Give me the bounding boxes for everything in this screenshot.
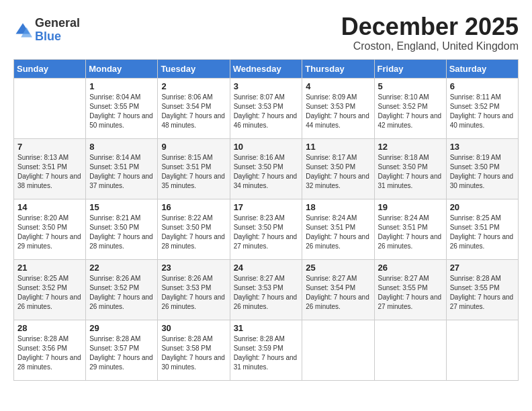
day-number: 18: [306, 202, 370, 212]
day-info: Sunrise: 8:27 AMSunset: 3:53 PMDaylight:…: [234, 274, 299, 312]
day-info: Sunrise: 8:23 AMSunset: 3:50 PMDaylight:…: [234, 214, 299, 251]
weekday-header: Sunday: [14, 59, 86, 78]
calendar-cell: 11Sunrise: 8:17 AMSunset: 3:50 PMDayligh…: [302, 138, 374, 199]
day-number: 13: [450, 142, 515, 152]
day-number: 5: [378, 81, 443, 91]
calendar-cell: 3Sunrise: 8:07 AMSunset: 3:53 PMDaylight…: [230, 78, 302, 138]
weekday-header: Thursday: [302, 59, 374, 78]
calendar-cell: 20Sunrise: 8:25 AMSunset: 3:51 PMDayligh…: [446, 199, 518, 259]
day-number: 30: [161, 323, 226, 333]
day-info: Sunrise: 8:24 AMSunset: 3:51 PMDaylight:…: [378, 214, 443, 251]
calendar-cell: 19Sunrise: 8:24 AMSunset: 3:51 PMDayligh…: [374, 199, 446, 259]
calendar-cell: 27Sunrise: 8:28 AMSunset: 3:55 PMDayligh…: [446, 259, 518, 320]
day-info: Sunrise: 8:26 AMSunset: 3:53 PMDaylight:…: [161, 274, 226, 312]
calendar-cell: 6Sunrise: 8:11 AMSunset: 3:52 PMDaylight…: [446, 78, 518, 138]
title-block: December 2025 Croston, England, United K…: [341, 13, 519, 52]
day-info: Sunrise: 8:16 AMSunset: 3:50 PMDaylight:…: [234, 153, 299, 191]
day-number: 2: [161, 81, 226, 91]
calendar-cell: 2Sunrise: 8:06 AMSunset: 3:54 PMDaylight…: [158, 78, 230, 138]
day-info: Sunrise: 8:26 AMSunset: 3:52 PMDaylight:…: [89, 274, 154, 312]
calendar-cell: [302, 320, 374, 380]
logo-icon: [13, 21, 32, 40]
day-number: 25: [306, 263, 370, 273]
day-number: 19: [378, 202, 443, 212]
day-info: Sunrise: 8:15 AMSunset: 3:51 PMDaylight:…: [161, 153, 226, 191]
calendar-cell: 24Sunrise: 8:27 AMSunset: 3:53 PMDayligh…: [230, 259, 302, 320]
calendar-cell: 29Sunrise: 8:28 AMSunset: 3:57 PMDayligh…: [86, 320, 158, 380]
day-number: 22: [89, 263, 154, 273]
day-number: 3: [234, 81, 299, 91]
day-number: 4: [306, 81, 370, 91]
day-info: Sunrise: 8:13 AMSunset: 3:51 PMDaylight:…: [17, 153, 82, 191]
calendar-cell: 26Sunrise: 8:27 AMSunset: 3:55 PMDayligh…: [374, 259, 446, 320]
calendar-cell: [374, 320, 446, 380]
day-info: Sunrise: 8:28 AMSunset: 3:55 PMDaylight:…: [450, 274, 515, 312]
calendar-cell: 15Sunrise: 8:21 AMSunset: 3:50 PMDayligh…: [86, 199, 158, 259]
day-info: Sunrise: 8:17 AMSunset: 3:50 PMDaylight:…: [306, 153, 370, 191]
calendar-cell: 12Sunrise: 8:18 AMSunset: 3:50 PMDayligh…: [374, 138, 446, 199]
day-info: Sunrise: 8:11 AMSunset: 3:52 PMDaylight:…: [450, 93, 515, 130]
calendar-cell: [446, 320, 518, 380]
calendar-cell: 31Sunrise: 8:28 AMSunset: 3:59 PMDayligh…: [230, 320, 302, 380]
weekday-header: Monday: [86, 59, 158, 78]
page-header: General Blue December 2025 Croston, Engl…: [13, 13, 519, 52]
day-info: Sunrise: 8:28 AMSunset: 3:58 PMDaylight:…: [161, 334, 226, 372]
day-info: Sunrise: 8:10 AMSunset: 3:52 PMDaylight:…: [378, 93, 443, 130]
calendar-header-row: SundayMondayTuesdayWednesdayThursdayFrid…: [14, 59, 519, 78]
day-number: 9: [161, 142, 226, 152]
day-number: 1: [89, 81, 154, 91]
month-title: December 2025: [341, 13, 519, 40]
calendar-week-row: 7Sunrise: 8:13 AMSunset: 3:51 PMDaylight…: [14, 138, 519, 199]
weekday-header: Friday: [374, 59, 446, 78]
day-info: Sunrise: 8:18 AMSunset: 3:50 PMDaylight:…: [378, 153, 443, 191]
calendar-cell: 4Sunrise: 8:09 AMSunset: 3:53 PMDaylight…: [302, 78, 374, 138]
day-info: Sunrise: 8:27 AMSunset: 3:55 PMDaylight:…: [378, 274, 443, 312]
day-info: Sunrise: 8:27 AMSunset: 3:54 PMDaylight:…: [306, 274, 370, 312]
day-info: Sunrise: 8:25 AMSunset: 3:52 PMDaylight:…: [17, 274, 82, 312]
calendar-week-row: 1Sunrise: 8:04 AMSunset: 3:55 PMDaylight…: [14, 78, 519, 138]
weekday-header: Wednesday: [230, 59, 302, 78]
calendar-cell: 10Sunrise: 8:16 AMSunset: 3:50 PMDayligh…: [230, 138, 302, 199]
calendar-cell: 28Sunrise: 8:28 AMSunset: 3:56 PMDayligh…: [14, 320, 86, 380]
calendar-week-row: 14Sunrise: 8:20 AMSunset: 3:50 PMDayligh…: [14, 199, 519, 259]
calendar-week-row: 28Sunrise: 8:28 AMSunset: 3:56 PMDayligh…: [14, 320, 519, 380]
logo-blue-text: Blue: [35, 30, 61, 43]
calendar-cell: 25Sunrise: 8:27 AMSunset: 3:54 PMDayligh…: [302, 259, 374, 320]
day-info: Sunrise: 8:28 AMSunset: 3:56 PMDaylight:…: [17, 334, 82, 372]
day-info: Sunrise: 8:06 AMSunset: 3:54 PMDaylight:…: [161, 93, 226, 130]
calendar-week-row: 21Sunrise: 8:25 AMSunset: 3:52 PMDayligh…: [14, 259, 519, 320]
day-info: Sunrise: 8:07 AMSunset: 3:53 PMDaylight:…: [234, 93, 299, 130]
calendar-cell: 17Sunrise: 8:23 AMSunset: 3:50 PMDayligh…: [230, 199, 302, 259]
day-info: Sunrise: 8:28 AMSunset: 3:57 PMDaylight:…: [89, 334, 154, 372]
day-number: 12: [378, 142, 443, 152]
day-number: 6: [450, 81, 515, 91]
day-number: 15: [89, 202, 154, 212]
calendar-cell: 13Sunrise: 8:19 AMSunset: 3:50 PMDayligh…: [446, 138, 518, 199]
day-number: 23: [161, 263, 226, 273]
day-number: 16: [161, 202, 226, 212]
day-info: Sunrise: 8:20 AMSunset: 3:50 PMDaylight:…: [17, 214, 82, 251]
day-number: 17: [234, 202, 299, 212]
day-info: Sunrise: 8:14 AMSunset: 3:51 PMDaylight:…: [89, 153, 154, 191]
day-info: Sunrise: 8:28 AMSunset: 3:59 PMDaylight:…: [234, 334, 299, 372]
calendar-cell: 14Sunrise: 8:20 AMSunset: 3:50 PMDayligh…: [14, 199, 86, 259]
day-number: 11: [306, 142, 370, 152]
day-info: Sunrise: 8:24 AMSunset: 3:51 PMDaylight:…: [306, 214, 370, 251]
logo: General Blue: [13, 17, 80, 44]
calendar-table: SundayMondayTuesdayWednesdayThursdayFrid…: [13, 59, 519, 381]
day-number: 26: [378, 263, 443, 273]
calendar-cell: 23Sunrise: 8:26 AMSunset: 3:53 PMDayligh…: [158, 259, 230, 320]
calendar-cell: 8Sunrise: 8:14 AMSunset: 3:51 PMDaylight…: [86, 138, 158, 199]
calendar-cell: 9Sunrise: 8:15 AMSunset: 3:51 PMDaylight…: [158, 138, 230, 199]
calendar-cell: [14, 78, 86, 138]
calendar-cell: 1Sunrise: 8:04 AMSunset: 3:55 PMDaylight…: [86, 78, 158, 138]
day-number: 14: [17, 202, 82, 212]
day-info: Sunrise: 8:19 AMSunset: 3:50 PMDaylight:…: [450, 153, 515, 191]
logo-general-text: General: [35, 16, 80, 30]
day-info: Sunrise: 8:09 AMSunset: 3:53 PMDaylight:…: [306, 93, 370, 130]
day-number: 10: [234, 142, 299, 152]
day-info: Sunrise: 8:25 AMSunset: 3:51 PMDaylight:…: [450, 214, 515, 251]
calendar-cell: 5Sunrise: 8:10 AMSunset: 3:52 PMDaylight…: [374, 78, 446, 138]
day-info: Sunrise: 8:22 AMSunset: 3:50 PMDaylight:…: [161, 214, 226, 251]
weekday-header: Tuesday: [158, 59, 230, 78]
